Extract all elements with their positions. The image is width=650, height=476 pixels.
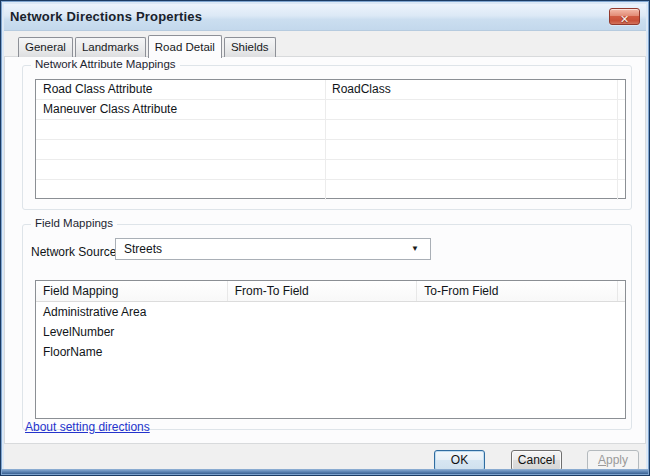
attribute-name-cell bbox=[36, 160, 326, 179]
apply-button[interactable]: Apply bbox=[587, 450, 639, 471]
about-setting-directions-link[interactable]: About setting directions bbox=[25, 420, 150, 434]
field-table-header: Field Mapping From-To Field To-From Fiel… bbox=[36, 281, 625, 302]
network-source-select[interactable]: Streets ▼ bbox=[115, 238, 431, 260]
from-to-cell bbox=[228, 322, 418, 342]
to-from-cell bbox=[418, 342, 625, 362]
attribute-value-cell bbox=[326, 160, 618, 179]
table-row[interactable] bbox=[36, 180, 625, 200]
table-row[interactable]: FloorName bbox=[36, 342, 625, 362]
table-row[interactable]: Road Class Attribute RoadClass bbox=[36, 80, 625, 100]
road-detail-tab-page: Network Attribute Mappings Road Class At… bbox=[4, 56, 646, 444]
from-to-cell bbox=[228, 302, 418, 322]
attribute-value-cell bbox=[326, 120, 618, 139]
table-row[interactable]: Maneuver Class Attribute bbox=[36, 100, 625, 120]
tab-general-label: General bbox=[25, 41, 66, 53]
attribute-mappings-table: Road Class Attribute RoadClass Maneuver … bbox=[35, 79, 626, 199]
network-source-label: Network Source: bbox=[31, 241, 120, 263]
spacer-cell bbox=[618, 100, 625, 119]
titlebar[interactable]: Network Directions Properties ✕ bbox=[4, 4, 646, 31]
window-title: Network Directions Properties bbox=[10, 4, 202, 30]
ok-button[interactable]: OK bbox=[434, 450, 485, 471]
from-to-cell bbox=[228, 342, 418, 362]
table-row[interactable]: Administrative Area bbox=[36, 302, 625, 322]
close-icon: ✕ bbox=[620, 13, 629, 25]
table-row[interactable] bbox=[36, 120, 625, 140]
spacer-cell bbox=[618, 160, 625, 179]
column-header-spacer bbox=[618, 281, 625, 301]
to-from-cell bbox=[418, 302, 625, 322]
field-mapping-cell: Administrative Area bbox=[36, 302, 228, 322]
tab-shields-label: Shields bbox=[231, 41, 269, 53]
attribute-value-cell bbox=[326, 180, 618, 200]
attribute-value-cell bbox=[326, 100, 618, 119]
table-row[interactable] bbox=[36, 140, 625, 160]
chevron-down-icon: ▼ bbox=[411, 239, 419, 259]
field-mappings-group: Field Mappings Network Source: Streets ▼… bbox=[22, 224, 632, 430]
tab-shields[interactable]: Shields bbox=[224, 37, 276, 57]
attribute-name-cell bbox=[36, 120, 326, 139]
spacer-cell bbox=[618, 80, 625, 99]
spacer-cell bbox=[618, 180, 625, 200]
attribute-value-cell bbox=[326, 140, 618, 159]
network-attribute-mappings-group: Network Attribute Mappings Road Class At… bbox=[22, 65, 632, 210]
screen: Network Directions Properties ✕ General … bbox=[0, 0, 650, 476]
tab-landmarks-label: Landmarks bbox=[82, 41, 139, 53]
tab-road-detail[interactable]: Road Detail bbox=[148, 35, 222, 58]
column-header-to-from-field[interactable]: To-From Field bbox=[417, 281, 618, 301]
attribute-name-cell bbox=[36, 180, 326, 200]
close-button[interactable]: ✕ bbox=[609, 8, 640, 25]
ok-button-label: OK bbox=[435, 451, 484, 470]
cancel-button[interactable]: Cancel bbox=[511, 450, 562, 471]
window-bottom-border bbox=[2, 469, 648, 474]
tab-general[interactable]: General bbox=[18, 37, 73, 57]
spacer-cell bbox=[618, 120, 625, 139]
column-header-from-to-field[interactable]: From-To Field bbox=[228, 281, 418, 301]
tab-landmarks[interactable]: Landmarks bbox=[75, 37, 146, 57]
field-mapping-cell: LevelNumber bbox=[36, 322, 228, 342]
table-row[interactable]: LevelNumber bbox=[36, 322, 625, 342]
tab-road-detail-label: Road Detail bbox=[155, 41, 215, 53]
attribute-value-cell: RoadClass bbox=[326, 80, 618, 99]
field-mappings-table: Field Mapping From-To Field To-From Fiel… bbox=[35, 280, 626, 419]
attribute-name-cell: Maneuver Class Attribute bbox=[36, 100, 326, 119]
spacer-cell bbox=[618, 140, 625, 159]
apply-button-label: Apply bbox=[588, 451, 638, 470]
cancel-button-label: Cancel bbox=[512, 451, 561, 470]
field-mapping-cell: FloorName bbox=[36, 342, 228, 362]
field-mappings-group-label: Field Mappings bbox=[31, 217, 117, 229]
column-header-field-mapping[interactable]: Field Mapping bbox=[36, 281, 228, 301]
tab-strip: General Landmarks Road Detail Shields bbox=[18, 34, 278, 57]
to-from-cell bbox=[418, 322, 625, 342]
network-attribute-mappings-group-label: Network Attribute Mappings bbox=[31, 58, 180, 70]
attribute-name-cell bbox=[36, 140, 326, 159]
network-source-value: Streets bbox=[124, 239, 162, 259]
table-row[interactable] bbox=[36, 160, 625, 180]
attribute-name-cell: Road Class Attribute bbox=[36, 80, 326, 99]
network-directions-properties-dialog: Network Directions Properties ✕ General … bbox=[0, 0, 650, 476]
